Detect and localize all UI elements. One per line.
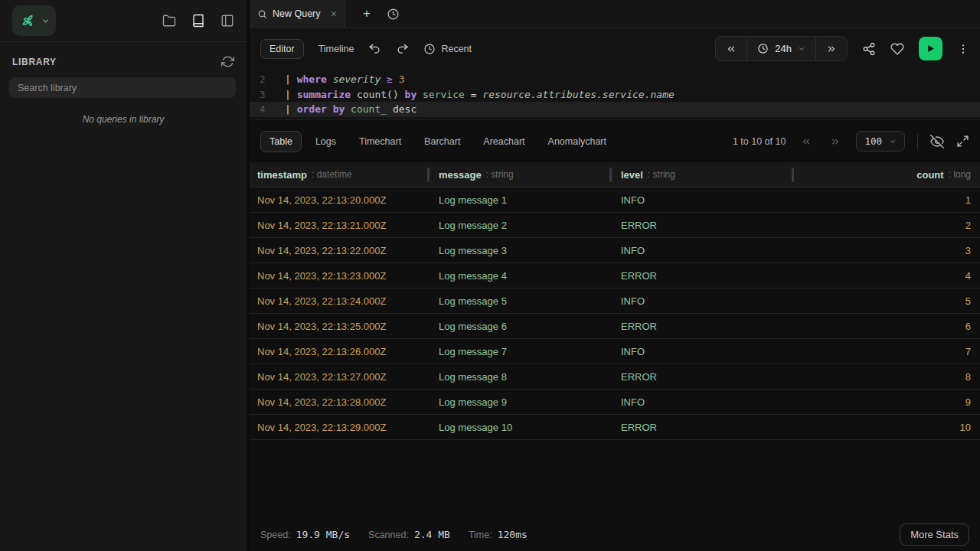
favorite-heart-icon[interactable] [890,42,904,56]
column-header-timestamp[interactable]: timestamp : datetime [250,162,431,187]
cell-message: Log message 9 [431,396,613,408]
tab-title: New Query [273,8,321,19]
editor-mode-button[interactable]: Editor [260,39,304,59]
code-token [345,103,351,115]
cell-message: Log message 7 [431,346,613,357]
toolbar-divider [917,134,918,149]
cell-message: Log message 6 [431,321,613,332]
sidebar: LIBRARY No queries in library [0,0,250,551]
clock-icon [423,43,436,55]
column-type: : string [648,169,675,180]
new-tab-button[interactable]: + [354,0,380,28]
panel-left-icon[interactable] [220,14,234,28]
history-icon[interactable] [380,0,406,28]
table-row[interactable]: Nov 14, 2023, 22:13:29.000Z Log message … [250,415,980,440]
results-view-tab-barchart[interactable]: Barchart [415,131,469,152]
results-view-tabs: TableLogsTimechartBarchartAreachartAnoma… [260,131,616,152]
column-resize-handle[interactable] [427,168,430,182]
column-header-level[interactable]: level : string [613,162,795,187]
cell-timestamp: Nov 14, 2023, 22:13:28.000Z [250,396,431,408]
time-shift-forward-button[interactable] [815,37,847,60]
redo-icon[interactable] [396,42,409,55]
bird-logo-icon [19,11,38,30]
share-icon[interactable] [862,42,876,56]
time-shift-back-button[interactable] [716,37,746,60]
page-size-dropdown[interactable]: 100 [856,131,905,152]
more-stats-button[interactable]: More Stats [900,523,969,546]
time-range-picker[interactable]: 24h [746,37,815,60]
cell-level: ERROR [613,422,795,433]
page-prev-icon[interactable] [798,136,815,147]
table-row[interactable]: Nov 14, 2023, 22:13:28.000Z Log message … [250,390,980,415]
cell-level: ERROR [613,371,795,383]
app-window: LIBRARY No queries in library New Query … [0,0,980,551]
table-row[interactable]: Nov 14, 2023, 22:13:26.000Z Log message … [250,339,980,364]
cell-count: 1 [795,194,980,206]
table-row[interactable]: Nov 14, 2023, 22:13:27.000Z Log message … [250,364,980,390]
recent-button[interactable]: Recent [423,43,472,55]
cell-message: Log message 3 [431,245,613,256]
line-number: 4 [250,102,270,117]
table-body: Nov 14, 2023, 22:13:20.000Z Log message … [250,187,980,440]
results-view-tab-logs[interactable]: Logs [306,131,345,152]
results-view-tab-anomalychart[interactable]: Anomalychart [539,131,616,152]
org-logo-button[interactable] [12,5,56,36]
table-row[interactable]: Nov 14, 2023, 22:13:24.000Z Log message … [250,289,980,314]
query-toolbar-left: Editor Timeline Recent [260,39,472,59]
results-view-tab-table[interactable]: Table [260,131,302,152]
cell-count: 6 [795,321,980,332]
cell-level: ERROR [613,270,795,282]
table-row[interactable]: Nov 14, 2023, 22:13:22.000Z Log message … [250,238,980,263]
cell-count: 2 [795,220,980,231]
results-view-tab-timechart[interactable]: Timechart [350,131,410,152]
cell-message: Log message 5 [431,295,613,307]
cell-count: 3 [795,245,980,256]
code-token: by [405,89,417,100]
editor-line[interactable]: 2 | where severity ≥ 3 [250,72,980,87]
code-token: 3 [399,73,405,85]
code-token: ≥ [387,73,393,85]
editor-line[interactable]: 3 | summarize count() by service = resou… [250,87,980,103]
query-tab-bar: New Query × + [250,0,980,28]
files-folder-icon[interactable] [162,14,176,28]
library-search-input[interactable] [9,77,236,98]
line-code: | where severity ≥ 3 [270,72,405,87]
main-area: New Query × + Editor Timeline [250,0,980,551]
column-header-count[interactable]: count : long [795,162,980,187]
time-range-group: 24h [715,36,848,61]
kebab-menu-icon[interactable] [957,43,969,55]
table-row[interactable]: Nov 14, 2023, 22:13:23.000Z Log message … [250,263,980,289]
code-token [416,89,423,100]
query-editor[interactable]: 2 | where severity ≥ 3 3 | summarize cou… [250,69,980,119]
sidebar-top-bar [0,0,247,42]
notebook-icon[interactable] [191,14,205,28]
expand-results-icon[interactable] [956,135,969,148]
stat-scanned-value: 2.4 MB [414,529,450,540]
page-next-icon[interactable] [827,136,844,147]
table-row[interactable]: Nov 14, 2023, 22:13:21.000Z Log message … [250,213,980,238]
cell-message: Log message 4 [431,270,613,282]
column-resize-handle[interactable] [792,168,794,182]
refresh-icon[interactable] [221,55,234,68]
code-token: | [285,73,297,85]
editor-line[interactable]: 4 | order by count_ desc [250,102,980,117]
code-token: = [465,89,482,100]
run-query-button[interactable] [919,37,942,60]
timeline-mode-button[interactable]: Timeline [318,44,354,54]
code-token [327,103,333,115]
table-row[interactable]: Nov 14, 2023, 22:13:25.000Z Log message … [250,314,980,339]
stat-speed-value: 19.9 MB/s [296,529,350,540]
column-resize-handle[interactable] [609,168,612,182]
line-number: 3 [250,87,270,103]
column-header-message[interactable]: message : string [431,162,613,187]
undo-icon[interactable] [368,42,381,55]
cell-count: 9 [795,396,980,408]
chevron-down-icon [798,45,805,53]
query-tab[interactable]: New Query × [250,0,345,28]
table-row[interactable]: Nov 14, 2023, 22:13:20.000Z Log message … [250,187,980,213]
hide-columns-eye-off-icon[interactable] [930,135,944,148]
results-view-tab-areachart[interactable]: Areachart [474,131,534,152]
cell-count: 10 [795,422,980,433]
code-token [327,73,333,85]
tab-close-icon[interactable]: × [331,8,337,19]
